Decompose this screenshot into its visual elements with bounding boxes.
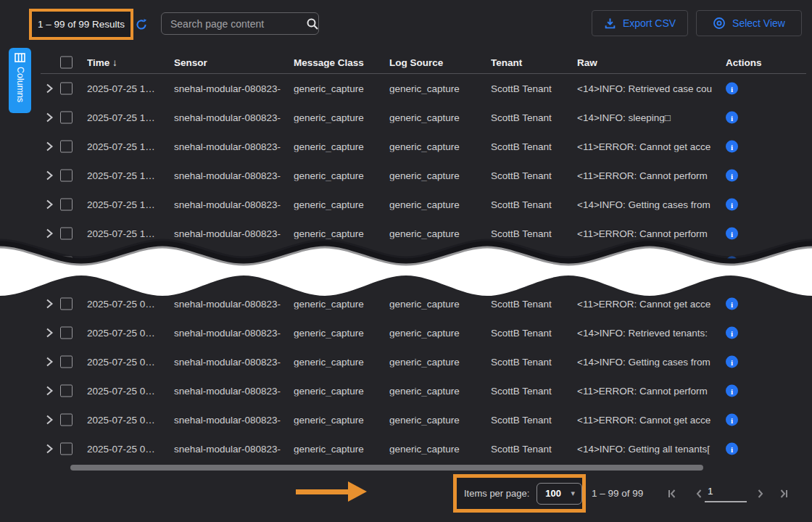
select-all-checkbox[interactable] <box>60 56 72 68</box>
cell-time: 2025-07-25 1… <box>87 228 168 239</box>
cell-sensor: snehal-modular-080823- <box>174 170 289 181</box>
cell-time: 2025-07-25 0… <box>87 299 168 310</box>
info-icon[interactable]: i <box>726 141 738 153</box>
row-checkbox[interactable] <box>60 170 72 182</box>
expand-row-icon[interactable] <box>44 141 55 152</box>
info-icon[interactable]: i <box>726 327 738 339</box>
column-header-tenant: Tenant <box>491 57 572 67</box>
first-page-button[interactable] <box>666 487 679 500</box>
column-header-raw: Raw <box>577 57 722 67</box>
items-per-page-label: Items per page: <box>464 488 529 499</box>
row-checkbox[interactable] <box>60 327 72 339</box>
cell-time: 2025-07-25 1… <box>87 112 168 123</box>
select-view-button[interactable]: Select View <box>696 10 802 36</box>
cell-raw: <14>INFO: Getting cases from <box>577 257 722 268</box>
cell-raw: <14>INFO: Getting cases from <box>577 199 722 210</box>
row-checkbox[interactable] <box>60 298 72 310</box>
info-icon[interactable]: i <box>726 112 738 124</box>
refresh-icon[interactable] <box>135 18 148 31</box>
info-icon[interactable]: i <box>726 257 738 269</box>
cell-message-class: generic_capture <box>294 415 386 426</box>
items-per-page-dropdown[interactable]: 100 ▾ <box>536 483 582 505</box>
expand-row-icon[interactable] <box>44 414 55 426</box>
cell-tenant: ScottB Tenant <box>491 444 572 455</box>
cell-log-source: generic_capture <box>389 228 485 239</box>
page-number-field <box>705 484 747 502</box>
previous-page-button[interactable] <box>692 487 705 500</box>
cell-raw: <11>ERROR: Cannot get acce <box>577 299 722 310</box>
expand-row-icon[interactable] <box>44 257 55 268</box>
row-checkbox[interactable] <box>60 385 72 397</box>
table-row: 2025-07-25 0… snehal-modular-080823- gen… <box>0 289 812 318</box>
info-icon[interactable]: i <box>726 228 738 240</box>
annotation-arrow <box>296 481 368 502</box>
page-number-input[interactable] <box>705 486 747 502</box>
expand-row-icon[interactable] <box>44 385 55 397</box>
cell-log-source: generic_capture <box>389 299 485 310</box>
info-icon[interactable]: i <box>726 414 738 426</box>
cell-message-class: generic_capture <box>294 112 386 123</box>
columns-tab-label: Columns <box>15 67 25 102</box>
row-checkbox[interactable] <box>60 443 72 455</box>
cell-time: 2025-07-25 1… <box>87 83 168 94</box>
cell-tenant: ScottB Tenant <box>491 228 572 239</box>
expand-row-icon[interactable] <box>44 170 55 181</box>
info-icon[interactable]: i <box>726 356 738 368</box>
info-icon[interactable]: i <box>726 199 738 211</box>
cell-time: 2025-07-25 1… <box>87 170 168 181</box>
horizontal-scrollbar-thumb[interactable] <box>70 465 703 471</box>
expand-row-icon[interactable] <box>44 356 55 368</box>
cell-sensor: snehal-modular-080823- <box>174 199 289 210</box>
expand-row-icon[interactable] <box>44 199 55 210</box>
cell-sensor: snehal-modular-080823- <box>174 228 289 239</box>
column-header-time[interactable]: Time ↓ <box>87 57 168 67</box>
last-page-button[interactable] <box>777 487 790 500</box>
cell-message-class: generic_capture <box>294 299 386 310</box>
expand-row-icon[interactable] <box>44 298 55 310</box>
search-input[interactable] <box>162 18 306 30</box>
cell-time: 2025-07-25 0… <box>87 328 168 339</box>
search-icon[interactable] <box>306 17 319 30</box>
cell-message-class: generic_capture <box>294 228 386 239</box>
results-count: 1 – 99 of 99 Results <box>38 19 125 30</box>
expand-row-icon[interactable] <box>44 83 55 94</box>
expand-row-icon[interactable] <box>44 228 55 239</box>
row-checkbox[interactable] <box>60 83 72 95</box>
expand-row-icon[interactable] <box>44 112 55 123</box>
cell-message-class: generic_capture <box>294 444 386 455</box>
info-icon[interactable]: i <box>726 83 738 95</box>
cell-log-source: generic_capture <box>389 357 485 368</box>
table-row: 2025-07-25 1… snehal-modular-080823- gen… <box>0 74 812 103</box>
table-row: 2025-07-25 0… snehal-modular-080823- gen… <box>0 405 812 434</box>
log-viewer-page: { "toolbar": { "results_text": "1 – 99 o… <box>0 0 812 522</box>
cell-message-class: generic_capture <box>294 170 386 181</box>
cell-raw: <11>ERROR: Cannot perform <box>577 170 722 181</box>
row-checkbox[interactable] <box>60 112 72 124</box>
next-page-button[interactable] <box>754 487 767 500</box>
row-checkbox[interactable] <box>60 141 72 153</box>
cell-tenant: ScottB Tenant <box>491 415 572 426</box>
row-checkbox[interactable] <box>60 356 72 368</box>
row-checkbox[interactable] <box>60 228 72 240</box>
row-checkbox[interactable] <box>60 257 72 269</box>
cell-raw: <11>ERROR: Cannot perform <box>577 386 722 397</box>
export-csv-button[interactable]: Export CSV <box>592 10 688 36</box>
table-row: 2025-07-25 1… snehal-modular-080823- gen… <box>0 248 812 277</box>
info-icon[interactable]: i <box>726 385 738 397</box>
info-icon[interactable]: i <box>726 170 738 182</box>
cell-sensor: snehal-modular-080823- <box>174 386 289 397</box>
cell-tenant: ScottB Tenant <box>491 141 572 152</box>
expand-row-icon[interactable] <box>44 443 55 455</box>
cell-time: 2025-07-25 0… <box>87 444 168 455</box>
cell-time: 2025-07-25 0… <box>87 415 168 426</box>
row-checkbox[interactable] <box>60 414 72 426</box>
info-icon[interactable]: i <box>726 443 738 455</box>
columns-panel-tab[interactable]: Columns <box>9 48 31 113</box>
table-row: 2025-07-25 0… snehal-modular-080823- gen… <box>0 347 812 376</box>
cell-time: 2025-07-25 1… <box>87 141 168 152</box>
cell-tenant: ScottB Tenant <box>491 257 572 268</box>
info-icon[interactable]: i <box>726 298 738 310</box>
expand-row-icon[interactable] <box>44 327 55 339</box>
cell-sensor: snehal-modular-080823- <box>174 415 289 426</box>
row-checkbox[interactable] <box>60 199 72 211</box>
